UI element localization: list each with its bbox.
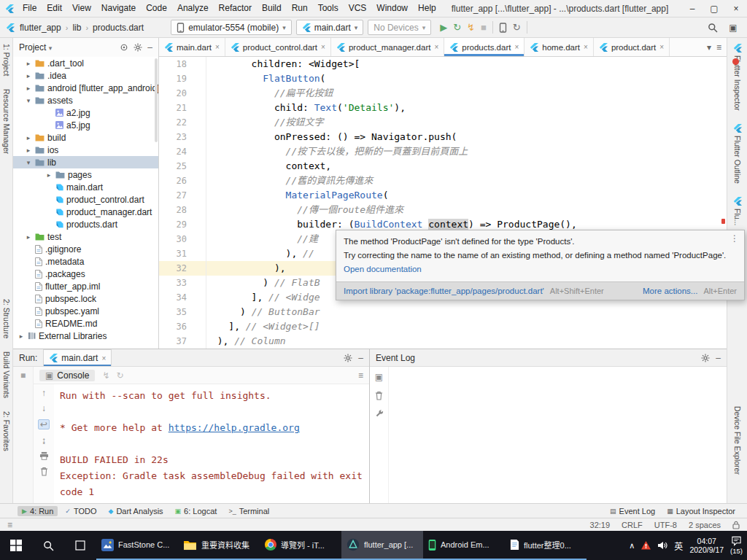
project-view-selector[interactable]: Project ▾ [19,42,52,52]
task-view-button[interactable] [64,531,96,560]
tool-tab-terminal[interactable]: >_Terminal [224,506,274,516]
code-line-22[interactable]: 22 //按鈕文字 [159,115,727,130]
breadcrumb-products-dart[interactable]: products.dart [92,23,144,33]
tab-product-manager-dart[interactable]: product_manager.dart× [331,38,444,56]
run-button[interactable]: ▶ [440,23,447,32]
tab-product-dart[interactable]: product.dart× [594,38,670,56]
tree-item-android-flutter-app-android[interactable]: ▸android [flutter_app_android] [13,82,158,94]
hide-button[interactable]: – [716,353,721,363]
taskbar-app-android-em[interactable]: Android Em... [423,531,505,560]
tool-stripe-1-project[interactable]: 1: Project [2,44,11,76]
clock[interactable]: 04:07 2020/9/17 [689,537,724,554]
sync-project-button[interactable]: ↻ [513,23,521,32]
close-icon[interactable]: × [215,43,220,51]
editor-menu-icon[interactable]: ≡ [716,42,721,52]
code-line-19[interactable]: 19 FlatButton( [159,71,727,86]
taskbar-app-faststone-c[interactable]: FastStone C... [96,531,178,560]
code-line-36[interactable]: 36 ], // <Widget>[] [159,319,727,334]
tool-window-switcher-icon[interactable]: ≡ [7,521,12,529]
tool-tab-dart-analysis[interactable]: ◆Dart Analysis [104,506,167,516]
stop-button[interactable]: ■ [481,23,487,32]
code-line-35[interactable]: 35 ) // ButtonBar [159,305,727,319]
tool-stripe-build-variants[interactable]: Build Variants [2,351,11,398]
layout-settings-icon[interactable]: ≡ [358,371,363,380]
flutter-hot-reload-button[interactable]: ↯ [467,23,475,32]
code-line-26[interactable]: 26 //舊的資訊先傳進來 [159,174,727,188]
tree-item-product-control-dart[interactable]: product_control.dart [13,193,158,206]
tool-stripe-flutter-inspector[interactable]: Flutter Inspector [733,44,742,111]
code-line-24[interactable]: 24 //按下去以後，把新的一頁蓋到目前頁面上 [159,144,727,159]
tool-stripe-device-file-explorer[interactable]: Device File Explorer [733,406,742,475]
scroll-to-end-button[interactable]: ↨ [42,436,46,445]
code-line-27[interactable]: 27 MaterialPageRoute( [159,188,727,203]
close-icon[interactable]: × [101,354,106,362]
antivirus-tray-icon[interactable] [641,541,651,550]
import-library-action[interactable]: Import library 'package:flutter_app/page… [344,287,544,295]
tree-item-readme-md[interactable]: README.md [13,317,158,330]
filter-button[interactable]: ▣ [375,373,383,381]
device-file-explorer-button[interactable] [499,23,507,33]
tree-item-pubspec-yaml[interactable]: pubspec.yaml [13,305,158,317]
lock-icon[interactable] [732,521,740,529]
tool-tab-4-run[interactable]: ▶4: Run [18,506,58,516]
tree-item-idea[interactable]: ▸.idea [13,69,158,82]
tree-item-flutter-app-iml[interactable]: flutter_app.iml [13,280,158,292]
down-stack-trace-button[interactable]: ↓ [42,404,46,413]
chevron-icon[interactable]: ▸ [25,233,32,241]
menu-window[interactable]: Window [371,0,413,17]
chevron-icon[interactable]: ▾ [25,159,32,166]
tool-stripe-flutter-outline[interactable]: Flutter Outline [733,124,742,184]
more-actions-link[interactable]: More actions... [643,287,697,295]
tree-item-external-libraries[interactable]: ▸External Libraries [13,330,158,342]
tree-item-packages[interactable]: .packages [13,268,158,280]
soft-wrap-button[interactable]: ↩ [38,419,50,429]
minimize-button[interactable]: – [681,0,703,17]
hidden-tabs-icon[interactable]: ▾ [707,42,711,52]
editor-scrollbar[interactable] [721,57,725,349]
menu-refactor[interactable]: Refactor [214,0,257,17]
start-button[interactable] [0,531,32,560]
tree-item-ios[interactable]: ▸ios [13,144,158,156]
close-icon[interactable]: × [584,43,588,51]
device-selector[interactable]: emulator-5554 (mobile) ▾ [171,20,292,35]
project-scrollbar[interactable] [155,58,158,142]
code-line-18[interactable]: 18 children: <Widget>[ [159,57,727,71]
taskbar-app-item[interactable]: 重要資料收集 [178,531,260,560]
settings-button[interactable] [701,353,710,363]
input-language-indicator[interactable]: 英 [674,540,683,552]
tree-item-products-dart[interactable]: products.dart [13,218,158,230]
menu-file[interactable]: File [18,0,42,17]
tree-item-test[interactable]: ▸test [13,230,158,243]
menu-vcs[interactable]: VCS [344,0,372,17]
settings-button[interactable] [344,353,352,363]
settings-button[interactable] [133,43,142,52]
menu-edit[interactable]: Edit [42,0,67,17]
code-line-20[interactable]: 20 //扁平化按鈕 [159,86,727,101]
tool-tab-event-log[interactable]: ▤Event Log [605,506,659,516]
menu-navigate[interactable]: Navigate [96,0,141,17]
menu-help[interactable]: Help [413,0,441,17]
hide-button[interactable]: – [147,42,152,52]
code-line-28[interactable]: 28 //傳一個route組件進來 [159,203,727,217]
chevron-icon[interactable]: ▸ [25,134,32,141]
menu-code[interactable]: Code [141,0,172,17]
code-line-25[interactable]: 25 context, [159,159,727,174]
console-output[interactable]: Run with --scan to get full insights. * … [54,384,369,503]
hide-button[interactable]: – [358,353,363,363]
tree-item-build[interactable]: ▸build [13,131,158,144]
taskbar-search-button[interactable] [32,531,64,560]
target-device-selector[interactable]: No Devices ▾ [368,20,431,35]
tool-tab-6-logcat[interactable]: ▣6: Logcat [171,506,222,516]
clear-button[interactable] [375,391,383,400]
chevron-icon[interactable]: ▸ [45,171,53,179]
settings-button[interactable] [375,410,384,419]
tab-home-dart[interactable]: home.dart× [525,38,594,56]
line-separator-indicator[interactable]: CRLF [622,521,643,529]
tree-item-dart-tool[interactable]: ▸.dart_tool [13,57,158,69]
chevron-icon[interactable]: ▾ [25,97,32,104]
indent-indicator[interactable]: 2 spaces [689,521,721,529]
close-icon[interactable]: × [514,43,519,51]
up-stack-trace-button[interactable]: ↑ [42,389,46,397]
volume-icon[interactable] [657,541,667,550]
chevron-icon[interactable]: ▸ [25,85,32,92]
